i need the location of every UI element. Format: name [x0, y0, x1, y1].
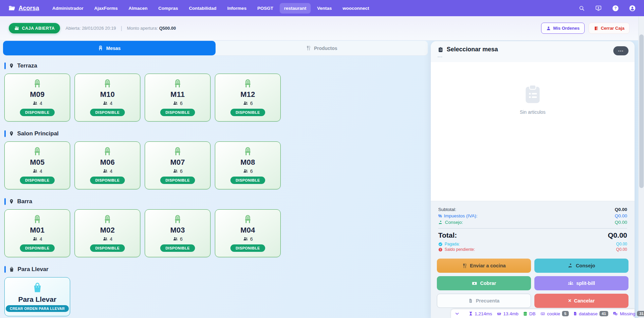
paid-row: Pagada: Q0.00 — [438, 242, 627, 246]
section-cards-row: Para LlevarCREAR ORDEN PARA LLEVAR — [4, 277, 431, 316]
table-status-badge: DISPONIBLE — [230, 109, 265, 116]
table-card-m09[interactable]: M094DISPONIBLE — [4, 74, 70, 122]
tip-button[interactable]: Consejo — [534, 259, 628, 273]
section-title: Para Llevar — [18, 266, 49, 273]
section-cards-row: M054DISPONIBLEM064DISPONIBLEM076DISPONIB… — [4, 141, 431, 189]
translation-icon: Aa — [613, 311, 618, 316]
people-group-icon — [568, 281, 573, 286]
table-status-badge: DISPONIBLE — [160, 244, 195, 252]
order-panel-title: Seleccionar mesa — [447, 46, 498, 53]
charge-button[interactable]: Cobrar — [437, 276, 531, 290]
close-icon: × — [568, 298, 571, 303]
nav-item-wooconnect[interactable]: wooconnect — [338, 3, 373, 14]
table-capacity: 6 — [173, 101, 183, 106]
debug-memory-metric[interactable]: 13.4mb — [497, 311, 519, 316]
nav-item-compras[interactable]: Compras — [154, 3, 183, 14]
nav-item-contabilidad[interactable]: Contabilidad — [185, 3, 221, 14]
debug-time-metric[interactable]: 1,214ms — [469, 311, 492, 316]
table-name: M12 — [241, 90, 255, 99]
table-card-m06[interactable]: M064DISPONIBLE — [75, 141, 140, 189]
tab-productos[interactable]: Productos — [216, 41, 428, 55]
table-capacity: 4 — [32, 101, 43, 106]
section-accent-bar — [4, 198, 6, 205]
tables-area: Mesas Productos TerrazaM094DISPONIBLEM10… — [0, 41, 431, 318]
table-status-badge: DISPONIBLE — [20, 109, 54, 116]
chair-icon — [243, 79, 252, 88]
opened-at-text: Abierta: 28/01/2026 20:19 — [65, 26, 116, 31]
takeaway-card[interactable]: Para LlevarCREAR ORDEN PARA LLEVAR — [4, 277, 70, 316]
nav-item-informes[interactable]: Informes — [223, 3, 251, 14]
opening-amount-text: Monto apertura: Q500.00 — [127, 26, 176, 31]
send-to-kitchen-button[interactable]: Enviar a cocina — [437, 259, 531, 273]
panel-menu-button[interactable]: --- — [613, 46, 628, 55]
table-card-m10[interactable]: M104DISPONIBLE — [75, 74, 140, 122]
display-icon[interactable] — [595, 4, 602, 12]
user-account-icon[interactable] — [628, 4, 636, 12]
section-cards-row: M094DISPONIBLEM104DISPONIBLEM116DISPONIB… — [4, 74, 431, 122]
table-card-m03[interactable]: M036DISPONIBLE — [145, 209, 211, 257]
table-status-badge: DISPONIBLE — [90, 177, 124, 184]
page-scrollbar-thumb[interactable] — [639, 34, 644, 188]
banknote-icon — [472, 281, 477, 286]
tax-value: Q0.00 — [615, 213, 627, 218]
search-icon[interactable] — [578, 4, 585, 12]
debug-cookie-metric[interactable]: cookie 5 — [540, 311, 569, 316]
document-icon — [468, 298, 473, 303]
table-card-m02[interactable]: M024DISPONIBLE — [75, 209, 140, 257]
page-scrollbar[interactable] — [638, 16, 644, 318]
cancel-button[interactable]: × Cancelar — [534, 294, 628, 308]
table-card-m01[interactable]: M014DISPONIBLE — [4, 209, 70, 257]
debug-db-metric[interactable]: DB — [523, 311, 536, 316]
debug-database-metric[interactable]: database 41 — [573, 311, 608, 316]
create-takeaway-order-badge[interactable]: CREAR ORDEN PARA LLEVAR — [6, 305, 69, 312]
section-accent-bar — [4, 62, 6, 69]
register-open-badge[interactable]: CAJA ABIERTA — [9, 23, 60, 33]
debug-missing-metric[interactable]: Aa Missing 31 — [613, 311, 644, 316]
brand-logo[interactable]: Acorsa — [8, 4, 39, 12]
table-card-m11[interactable]: M116DISPONIBLE — [145, 74, 211, 122]
table-card-m12[interactable]: M126DISPONIBLE — [215, 74, 281, 122]
keyboard-icon — [540, 312, 545, 316]
hourglass-icon — [469, 311, 473, 316]
total-value: Q0.00 — [608, 231, 627, 239]
pending-value: Q0.00 — [616, 247, 627, 252]
debugbar-collapse-button[interactable] — [454, 311, 460, 316]
people-icon — [173, 101, 178, 106]
table-status-badge: DISPONIBLE — [160, 177, 195, 184]
table-status-badge: DISPONIBLE — [230, 244, 265, 252]
table-name: M07 — [170, 158, 185, 167]
table-card-m07[interactable]: M076DISPONIBLE — [145, 141, 211, 189]
table-card-m04[interactable]: M046DISPONIBLE — [215, 209, 281, 257]
memory-icon — [497, 312, 502, 316]
table-capacity: 4 — [32, 168, 43, 174]
tip-row: Consejo: Q0.00 — [438, 220, 627, 225]
order-totals: Subtotal: Q0.00 %Impuestos (IVA): Q0.00 … — [431, 201, 635, 256]
nav-item-almacen[interactable]: Almacen — [124, 3, 152, 14]
prebill-button[interactable]: Precuenta — [437, 294, 531, 308]
table-name: M04 — [241, 226, 255, 235]
nav-item-administrador[interactable]: Administrador — [48, 3, 88, 14]
close-register-button[interactable]: Cerrar Caja — [589, 23, 629, 34]
missing-count-badge: 31 — [637, 311, 644, 316]
tab-mesas[interactable]: Mesas — [3, 41, 216, 55]
section-accent-bar — [4, 266, 6, 273]
people-icon — [243, 101, 248, 106]
help-icon[interactable]: ? — [612, 4, 619, 12]
cash-register-icon — [14, 26, 19, 31]
table-card-m08[interactable]: M086DISPONIBLE — [215, 141, 281, 189]
table-name: M10 — [100, 90, 115, 99]
subtotal-value: Q0.00 — [615, 207, 627, 212]
nav-item-ajaxforms[interactable]: AjaxForms — [90, 3, 122, 14]
people-icon — [32, 101, 38, 106]
nav-item-restaurant[interactable]: restaurant — [280, 3, 311, 14]
nav-item-posgt[interactable]: POSGT — [253, 3, 278, 14]
chair-icon — [33, 147, 42, 156]
bag-icon — [9, 266, 15, 272]
nav-item-ventas[interactable]: Ventas — [313, 3, 336, 14]
my-orders-button[interactable]: Mis Ordenes — [541, 23, 585, 34]
table-capacity: 6 — [173, 168, 183, 174]
split-bill-button[interactable]: split-bill — [534, 276, 628, 290]
table-card-m05[interactable]: M054DISPONIBLE — [4, 141, 70, 189]
door-icon — [594, 26, 598, 31]
section-cards-row: M014DISPONIBLEM024DISPONIBLEM036DISPONIB… — [4, 209, 431, 257]
